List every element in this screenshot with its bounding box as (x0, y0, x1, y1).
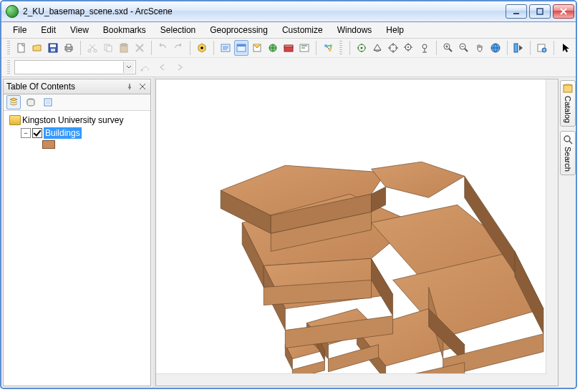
layer-visibility-checkbox[interactable] (32, 128, 42, 138)
toc-list-by-selection-button[interactable] (41, 95, 55, 109)
svg-text:i: i (544, 48, 545, 52)
copy-icon (102, 42, 114, 54)
save-button[interactable] (46, 40, 60, 56)
svg-rect-73 (564, 85, 572, 92)
catalog-tab[interactable]: Catalog (560, 80, 576, 127)
viewport-horizontal-scrollbar[interactable] (156, 373, 546, 386)
catalog-icon (251, 42, 263, 54)
close-small-icon (139, 83, 146, 90)
layer-row[interactable]: − Buildings (5, 127, 149, 139)
viewport-vertical-scrollbar[interactable] (546, 79, 558, 374)
menu-customize[interactable]: Customize (275, 22, 330, 38)
layer-label[interactable]: Buildings (44, 127, 82, 139)
tracking-tool-2[interactable] (155, 59, 170, 75)
minimize-button[interactable] (506, 4, 527, 19)
toc-button[interactable] (218, 40, 233, 56)
toc-tree[interactable]: Kingston University survey − Buildings (4, 111, 150, 386)
toolbar-grip[interactable] (7, 41, 10, 55)
maximize-button[interactable] (529, 4, 551, 19)
application-window: 2_KU_basemap_scene.sxd - ArcScene File E… (0, 0, 577, 389)
secondary-toolbar (1, 57, 576, 77)
svg-marker-70 (328, 345, 378, 372)
delete-button[interactable] (132, 40, 147, 56)
print-icon (63, 42, 74, 54)
svg-rect-21 (284, 45, 293, 47)
python-button[interactable] (297, 40, 311, 56)
menu-selection[interactable]: Selection (153, 22, 203, 38)
navigate-button[interactable] (354, 40, 369, 56)
separator (554, 41, 554, 55)
catalog-button[interactable] (250, 40, 264, 56)
set-observer-icon (419, 42, 430, 54)
zoom-target-icon (403, 42, 415, 54)
toggle-perspective-button[interactable] (511, 40, 526, 56)
close-button[interactable] (553, 4, 574, 19)
identify-button[interactable]: i (535, 40, 549, 56)
open-button[interactable] (30, 40, 44, 56)
menu-file[interactable]: File (6, 22, 34, 38)
toc-list-by-source-button[interactable] (24, 95, 38, 109)
toolbar-area: i (1, 39, 576, 77)
cut-button[interactable] (85, 40, 100, 56)
svg-rect-12 (107, 46, 112, 52)
separator (213, 41, 214, 55)
toc-toolbar (4, 94, 150, 111)
source-icon (26, 97, 36, 107)
full-extent-globe-icon (490, 42, 501, 54)
scene-viewport[interactable] (155, 79, 559, 386)
paste-button[interactable] (117, 40, 131, 56)
center-target-button[interactable] (386, 40, 400, 56)
zoom-in-button[interactable] (441, 40, 455, 56)
svg-point-25 (329, 44, 332, 47)
menu-bookmarks[interactable]: Bookmarks (96, 22, 153, 38)
toc-close-button[interactable] (137, 82, 148, 92)
set-observer-button[interactable] (417, 40, 432, 56)
search-tab[interactable]: Search (560, 131, 576, 175)
toolbar-grip[interactable] (339, 41, 342, 55)
layer-combo[interactable] (14, 60, 136, 74)
separator (507, 41, 508, 55)
track-icon (140, 62, 151, 73)
add-data-button[interactable] (195, 40, 209, 56)
svg-point-30 (407, 46, 409, 48)
python-icon (299, 42, 310, 54)
zoom-out-button[interactable] (457, 40, 471, 56)
symbol-row[interactable] (5, 139, 149, 150)
full-extent-button[interactable] (488, 40, 503, 56)
pin-icon (126, 83, 133, 90)
toc-pin-button[interactable] (125, 82, 135, 92)
fly-button[interactable] (370, 40, 385, 56)
menu-windows[interactable]: Windows (330, 22, 380, 38)
scene-button[interactable] (234, 40, 248, 56)
redo-button[interactable] (171, 40, 185, 56)
search-tool-button[interactable] (266, 40, 280, 56)
undo-icon (157, 42, 168, 54)
menu-help[interactable]: Help (379, 22, 411, 38)
undo-button[interactable] (155, 40, 170, 56)
chevron-down-icon (123, 62, 134, 73)
zoom-target-button[interactable] (402, 40, 416, 56)
scene-root-row[interactable]: Kingston University survey (5, 114, 149, 127)
select-elements-button[interactable] (559, 40, 573, 56)
toc-list-by-drawing-button[interactable] (6, 95, 21, 109)
svg-rect-2 (18, 44, 24, 52)
tracking-tool-1[interactable] (137, 59, 153, 75)
new-button[interactable] (14, 40, 29, 56)
tracking-tool-3[interactable] (172, 59, 188, 75)
toolbar-grip[interactable] (7, 60, 10, 74)
catalog-tab-icon (563, 84, 573, 94)
expander-minus-icon[interactable]: − (21, 128, 31, 138)
pan-button[interactable] (473, 40, 487, 56)
model-builder-button[interactable] (321, 40, 335, 56)
menu-edit[interactable]: Edit (34, 22, 63, 38)
menu-geoprocessing[interactable]: Geoprocessing (203, 22, 275, 38)
menu-view[interactable]: View (63, 22, 96, 38)
drawing-order-icon (9, 97, 19, 107)
layer-symbol-swatch[interactable] (42, 140, 55, 149)
print-button[interactable] (62, 40, 76, 56)
separator (316, 41, 316, 55)
copy-button[interactable] (101, 40, 115, 56)
center-target-icon (387, 42, 399, 54)
model-builder-icon (322, 42, 334, 54)
toolbox-button[interactable] (281, 40, 296, 56)
